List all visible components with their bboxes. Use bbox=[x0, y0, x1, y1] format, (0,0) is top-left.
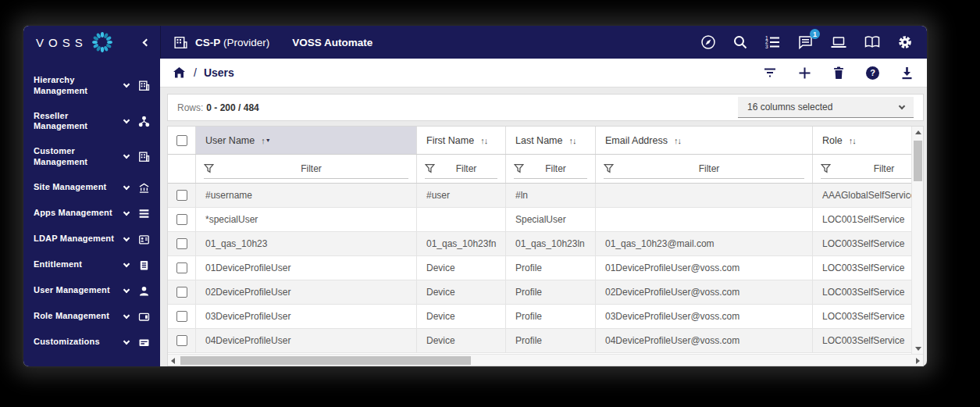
table-row[interactable]: 03DeviceProfileUser Device Profile 03Dev… bbox=[168, 305, 911, 329]
horizontal-scroll-thumb[interactable] bbox=[180, 356, 471, 365]
chevron-down-icon bbox=[124, 290, 129, 292]
sidebar-item-label: Customer Management bbox=[34, 146, 121, 168]
filter-list-icon[interactable] bbox=[762, 66, 778, 80]
sidebar-item-hierarchy-management[interactable]: Hierarchy Management bbox=[23, 68, 160, 104]
filter-input-user-name[interactable]: Filter bbox=[204, 159, 408, 179]
hierarchy-breadcrumb[interactable]: CS-P (Provider) VOSS Automate bbox=[173, 35, 372, 50]
cell-user-name: #username bbox=[196, 184, 417, 207]
sort-marker: ▼ bbox=[265, 137, 271, 143]
table-filter-row: Filter Filter Filter bbox=[168, 155, 911, 184]
table-row[interactable]: 01DeviceProfileUser Device Profile 01Dev… bbox=[168, 256, 911, 280]
add-icon[interactable] bbox=[797, 66, 812, 80]
breadcrumb: / Users bbox=[172, 66, 234, 80]
scroll-right-arrow[interactable] bbox=[916, 358, 920, 364]
svg-text:?: ? bbox=[870, 68, 875, 77]
sort-both-icon: ↑↓ bbox=[568, 136, 576, 145]
sidebar-item-apps-management[interactable]: Apps Management bbox=[23, 201, 160, 227]
row-checkbox[interactable] bbox=[176, 214, 187, 225]
sidebar-item-user-management[interactable]: User Management bbox=[23, 278, 160, 304]
row-checkbox[interactable] bbox=[176, 287, 187, 298]
book-icon[interactable] bbox=[864, 34, 881, 50]
column-label: Email Address bbox=[605, 135, 668, 146]
row-checkbox[interactable] bbox=[176, 190, 187, 201]
cell-role: LOC003SelfService bbox=[813, 305, 911, 328]
sidebar-item-customizations[interactable]: Customizations bbox=[23, 330, 160, 355]
users-table: User Name ↑▼ First Name ↑↓ Last Name ↑↓ bbox=[167, 126, 924, 366]
scroll-up-arrow[interactable] bbox=[915, 130, 921, 134]
hierarchy-name: CS-P bbox=[195, 37, 220, 48]
cell-user-name: 01_qas_10h23 bbox=[196, 232, 417, 255]
column-header-first-name[interactable]: First Name ↑↓ bbox=[417, 127, 506, 154]
sidebar-item-ldap-management[interactable]: LDAP Management bbox=[23, 227, 160, 252]
row-checkbox[interactable] bbox=[176, 262, 187, 273]
gear-icon[interactable] bbox=[897, 34, 913, 50]
filter-placeholder: Filter bbox=[435, 163, 497, 174]
table-row[interactable]: 04DeviceProfileUser Device Profile 04Dev… bbox=[168, 329, 911, 353]
row-checkbox[interactable] bbox=[176, 238, 187, 249]
table-row[interactable]: *specialUser SpecialUser LOC001SelfServi… bbox=[168, 208, 911, 232]
sidebar-item-label: Apps Management bbox=[34, 208, 121, 219]
chat-icon[interactable]: 1 bbox=[797, 34, 814, 50]
funnel-icon bbox=[821, 163, 831, 173]
building-icon bbox=[137, 80, 150, 91]
cell-email: 02DeviceProfileUser@voss.com bbox=[596, 280, 813, 304]
sidebar-item-label: User Management bbox=[34, 285, 121, 296]
chevron-down-icon bbox=[124, 120, 129, 123]
chevron-down-icon bbox=[124, 341, 129, 344]
filter-placeholder: Filter bbox=[831, 163, 911, 174]
sidebar-item-role-management[interactable]: Role Management bbox=[23, 304, 160, 330]
building-icon bbox=[173, 35, 188, 50]
cell-email: 01_qas_10h23@mail.com bbox=[596, 232, 813, 255]
export-icon[interactable] bbox=[900, 66, 914, 80]
help-icon[interactable]: ? bbox=[865, 66, 880, 80]
select-all-checkbox[interactable] bbox=[176, 135, 187, 146]
column-label: Last Name bbox=[515, 135, 562, 146]
sidebar-item-customer-management[interactable]: Customer Management bbox=[23, 139, 160, 175]
ordered-list-icon[interactable]: 1 2 3 bbox=[764, 34, 781, 50]
column-header-email-address[interactable]: Email Address ↑↓ bbox=[596, 127, 813, 154]
horizontal-scrollbar[interactable] bbox=[168, 354, 923, 366]
filter-input-email-address[interactable]: Filter bbox=[604, 159, 804, 179]
column-header-role[interactable]: Role ↑↓ bbox=[813, 127, 911, 154]
home-icon[interactable] bbox=[172, 66, 187, 80]
column-header-last-name[interactable]: Last Name ↑↓ bbox=[506, 127, 596, 154]
sidebar-item-label: Site Management bbox=[34, 182, 121, 193]
vertical-scrollbar[interactable] bbox=[911, 127, 923, 354]
filter-input-role[interactable]: Filter bbox=[821, 159, 911, 179]
sidebar-item-entitlement[interactable]: Entitlement bbox=[23, 252, 160, 278]
chevron-down-icon bbox=[124, 187, 129, 189]
column-header-user-name[interactable]: User Name ↑▼ bbox=[196, 127, 417, 154]
sidebar-nav: Hierarchy Management Reseller Management bbox=[23, 59, 160, 355]
sidebar-item-label: Hierarchy Management bbox=[34, 75, 121, 97]
cell-user-name: 02DeviceProfileUser bbox=[196, 280, 417, 304]
search-icon[interactable] bbox=[732, 34, 748, 50]
scroll-down-arrow[interactable] bbox=[915, 347, 921, 351]
row-checkbox[interactable] bbox=[176, 335, 187, 346]
document-icon bbox=[137, 259, 150, 271]
table-row[interactable]: 01_qas_10h23 01_qas_10h23fn 01_qas_10h23… bbox=[168, 232, 911, 256]
content: Rows: 0 - 200 / 484 16 columns selected … bbox=[160, 87, 927, 366]
row-checkbox[interactable] bbox=[176, 311, 187, 322]
sidebar-item-label: Entitlement bbox=[34, 259, 121, 270]
laptop-icon[interactable] bbox=[830, 34, 847, 50]
building-icon bbox=[137, 151, 150, 162]
vertical-scroll-thumb[interactable] bbox=[914, 141, 922, 181]
delete-icon[interactable] bbox=[832, 66, 846, 80]
contact-badge-icon bbox=[137, 234, 150, 245]
filter-input-last-name[interactable]: Filter bbox=[514, 159, 587, 179]
cell-user-name: *specialUser bbox=[196, 208, 417, 231]
chevron-down-icon bbox=[124, 238, 129, 241]
compass-icon[interactable] bbox=[700, 34, 716, 50]
columns-select[interactable]: 16 columns selected bbox=[738, 97, 914, 118]
sidebar-collapse-button[interactable] bbox=[144, 40, 149, 45]
select-all-cell bbox=[168, 127, 196, 154]
sidebar-item-site-management[interactable]: Site Management bbox=[23, 175, 160, 201]
cell-email: 04DeviceProfileUser@voss.com bbox=[596, 329, 813, 352]
voss-logo-text: VOSS bbox=[36, 36, 87, 49]
sidebar-item-reseller-management[interactable]: Reseller Management bbox=[23, 104, 160, 140]
table-row[interactable]: 02DeviceProfileUser Device Profile 02Dev… bbox=[168, 280, 911, 305]
scroll-left-arrow[interactable] bbox=[171, 358, 175, 364]
hierarchy-type: (Provider) bbox=[223, 37, 269, 48]
filter-input-first-name[interactable]: Filter bbox=[425, 159, 497, 179]
table-row[interactable]: #username #user #ln AAAGlobalSelfService bbox=[168, 184, 911, 208]
